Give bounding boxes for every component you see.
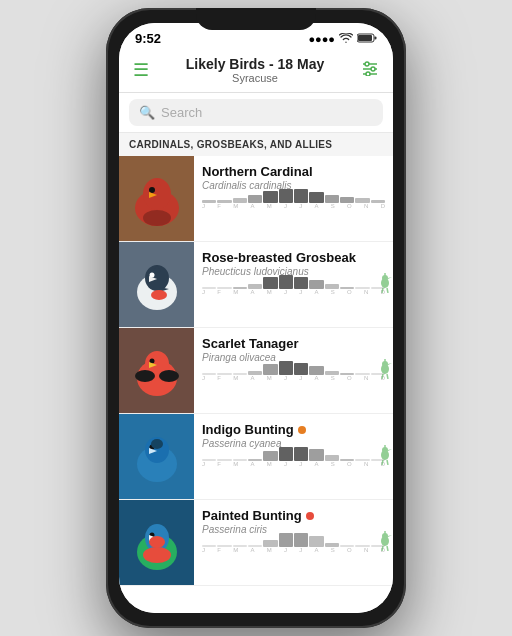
bird-name: Painted Bunting	[202, 508, 385, 523]
svg-line-41	[382, 374, 383, 379]
svg-point-37	[135, 370, 155, 382]
frequency-bar: JFMAMJJASOND	[202, 369, 385, 383]
bird-info: Scarlet Tanager Piranga olivacea JFMAMJJ…	[194, 328, 393, 413]
bird-item[interactable]: Painted Bunting Passerina ciris JFMAMJJA…	[119, 500, 393, 586]
svg-rect-1	[375, 36, 377, 39]
bird-info: Northern Cardinal Cardinalis cardinalis …	[194, 156, 393, 241]
screen-content: 9:52 ●●●●	[119, 23, 393, 613]
svg-point-50	[151, 439, 163, 449]
bird-image-1	[119, 242, 194, 327]
svg-point-23	[151, 290, 167, 300]
bird-list: Northern Cardinal Cardinalis cardinalis …	[119, 156, 393, 613]
svg-line-42	[387, 374, 388, 379]
side-bird-silhouette	[378, 359, 392, 383]
phone-body: 9:52 ●●●●	[106, 8, 406, 628]
search-icon: 🔍	[139, 105, 155, 120]
screen: 9:52 ●●●●	[119, 23, 393, 613]
bird-name: Scarlet Tanager	[202, 336, 385, 351]
bird-scientific: Pheucticus ludovicianus	[202, 266, 385, 277]
status-dot	[298, 426, 306, 434]
bird-info: Rose-breasted Grosbeak Pheucticus ludovi…	[194, 242, 393, 327]
bird-name: Northern Cardinal	[202, 164, 385, 179]
bird-info: Indigo Bunting Passerina cyanea JFMAMJJA…	[194, 414, 393, 499]
frequency-bar: JFMAMJJASOND	[202, 541, 385, 555]
status-icons: ●●●●	[308, 33, 377, 45]
frequency-bar: JFMAMJJASOND	[202, 455, 385, 469]
bird-image-0	[119, 156, 194, 241]
svg-line-55	[387, 460, 388, 465]
bird-item[interactable]: Indigo Bunting Passerina cyanea JFMAMJJA…	[119, 414, 393, 500]
side-bird-silhouette	[378, 445, 392, 469]
frequency-bar: JFMAMJJASOND	[202, 197, 385, 211]
svg-marker-67	[388, 535, 392, 537]
nav-header: ☰ Likely Birds - 18 May Syracuse	[119, 50, 393, 93]
bird-item[interactable]: Northern Cardinal Cardinalis cardinalis …	[119, 156, 393, 242]
svg-point-13	[149, 187, 155, 193]
section-header: CARDINALS, GROSBEAKS, AND ALLIES	[119, 133, 393, 156]
bird-name: Rose-breasted Grosbeak	[202, 250, 385, 265]
svg-rect-2	[358, 35, 372, 41]
bird-name: Indigo Bunting	[202, 422, 385, 437]
side-bird-silhouette	[378, 273, 392, 297]
svg-point-64	[149, 536, 165, 548]
search-bar: 🔍 Search	[119, 93, 393, 133]
svg-line-27	[382, 288, 383, 293]
bird-image-3	[119, 414, 194, 499]
status-dot	[306, 512, 314, 520]
svg-line-54	[382, 460, 383, 465]
svg-line-68	[382, 546, 383, 551]
frequency-bar: JFMAMJJASOND	[202, 283, 385, 297]
filter-icon[interactable]	[361, 60, 379, 80]
nav-title: Likely Birds - 18 May	[149, 56, 361, 72]
battery-icon	[357, 33, 377, 45]
svg-line-28	[387, 288, 388, 293]
search-placeholder: Search	[161, 105, 202, 120]
svg-point-4	[365, 62, 369, 66]
svg-point-36	[159, 370, 179, 382]
svg-point-63	[143, 547, 171, 563]
bird-item[interactable]: Rose-breasted Grosbeak Pheucticus ludovi…	[119, 242, 393, 328]
nav-subtitle: Syracuse	[149, 72, 361, 84]
signal-icon: ●●●●	[308, 33, 335, 45]
svg-marker-26	[388, 277, 392, 279]
phone-wrapper: 9:52 ●●●●	[96, 0, 416, 636]
svg-point-15	[143, 210, 171, 226]
svg-point-8	[366, 72, 370, 76]
bird-scientific: Piranga olivacea	[202, 352, 385, 363]
side-bird-silhouette	[378, 531, 392, 555]
bird-image-2	[119, 328, 194, 413]
status-time: 9:52	[135, 31, 161, 46]
hamburger-icon[interactable]: ☰	[133, 59, 149, 81]
section-header-label: CARDINALS, GROSBEAKS, AND ALLIES	[129, 139, 332, 150]
bird-info: Painted Bunting Passerina ciris JFMAMJJA…	[194, 500, 393, 585]
notch	[196, 8, 316, 30]
svg-marker-40	[388, 363, 392, 365]
bird-item[interactable]: Scarlet Tanager Piranga olivacea JFMAMJJ…	[119, 328, 393, 414]
svg-marker-53	[388, 449, 392, 451]
bird-image-4	[119, 500, 194, 585]
search-input-wrapper[interactable]: 🔍 Search	[129, 99, 383, 126]
wifi-icon	[339, 33, 353, 45]
svg-line-69	[387, 546, 388, 551]
nav-title-block: Likely Birds - 18 May Syracuse	[149, 56, 361, 84]
svg-point-6	[371, 67, 375, 71]
